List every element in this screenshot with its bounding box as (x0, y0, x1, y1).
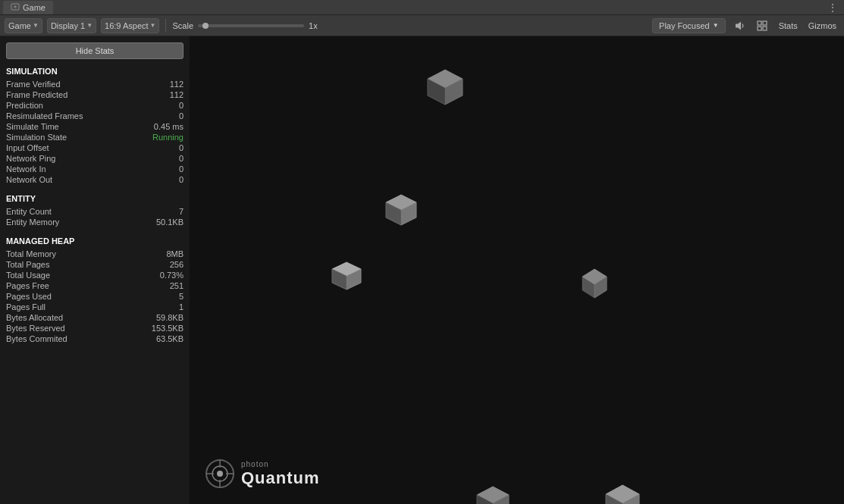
photon-logo-text: photon Quantum (241, 460, 320, 488)
network-out-label: Network Out (6, 175, 52, 184)
prediction-label: Prediction (6, 101, 43, 110)
entity-section-title: ENTITY (6, 194, 184, 203)
game-tab-label: Game (23, 3, 45, 12)
aspect-select-arrow: ▼ (150, 22, 156, 29)
photon-quantum-logo: photon Quantum (205, 459, 320, 489)
game-select-label: Game (8, 21, 31, 30)
svg-rect-3 (758, 21, 761, 25)
grid-icon-button[interactable] (753, 18, 771, 33)
aspect-select[interactable]: 16:9 Aspect ▼ (101, 18, 159, 33)
network-ping-value: 0 (179, 154, 184, 163)
gizmos-button[interactable]: Gizmos (805, 20, 839, 32)
stat-row-network-ping: Network Ping 0 (6, 153, 184, 164)
scale-slider-thumb (202, 23, 209, 29)
display-select[interactable]: Display 1 ▼ (47, 18, 96, 33)
bytes-allocated-label: Bytes Allocated (6, 313, 63, 322)
cube-1 (425, 67, 466, 108)
network-in-label: Network In (6, 164, 46, 174)
svg-rect-4 (763, 21, 767, 25)
tab-more-icon[interactable]: ⋮ (824, 2, 841, 14)
display-select-label: Display 1 (51, 21, 85, 30)
frame-verified-label: Frame Verified (6, 80, 61, 89)
network-in-value: 0 (179, 164, 184, 174)
pages-full-label: Pages Full (6, 302, 45, 311)
frame-predicted-value: 112 (170, 90, 184, 99)
stat-row-pages-full: Pages Full 1 (6, 302, 184, 312)
stat-row-network-out: Network Out 0 (6, 174, 184, 185)
aspect-select-label: 16:9 Aspect (105, 21, 149, 30)
cube-6 (603, 482, 642, 504)
spacer-2 (6, 227, 184, 232)
frame-predicted-label: Frame Predicted (6, 90, 67, 99)
network-ping-label: Network Ping (6, 154, 55, 163)
play-focused-label: Play Focused (659, 21, 710, 30)
bytes-reserved-label: Bytes Reserved (6, 324, 65, 333)
audio-icon-button[interactable] (730, 18, 748, 33)
game-select[interactable]: Game ▼ (5, 18, 42, 33)
stat-row-bytes-reserved: Bytes Reserved 153.5KB (6, 323, 184, 333)
total-pages-label: Total Pages (6, 260, 49, 269)
pages-free-label: Pages Free (6, 281, 49, 290)
simulate-time-value: 0.45 ms (154, 122, 184, 131)
play-focused-arrow: ▼ (713, 22, 719, 29)
tab-game[interactable]: Game (3, 1, 53, 14)
spacer-1 (6, 185, 184, 189)
cube-2 (383, 192, 419, 228)
photon-label: photon (241, 460, 320, 468)
hide-stats-button[interactable]: Hide Stats (6, 42, 184, 59)
main-content: Hide Stats SIMULATION Frame Verified 112… (0, 36, 844, 504)
scale-value: 1x (309, 21, 318, 30)
stat-row-total-usage: Total Usage 0.73% (6, 270, 184, 280)
scale-slider[interactable] (198, 24, 304, 27)
bytes-reserved-value: 153.5KB (152, 324, 184, 333)
entity-memory-value: 50.1KB (156, 218, 184, 227)
total-usage-label: Total Usage (6, 271, 50, 280)
cube-5 (474, 484, 512, 504)
game-viewport[interactable]: photon Quantum (190, 36, 844, 504)
stats-panel: Hide Stats SIMULATION Frame Verified 112… (0, 36, 190, 504)
frame-verified-value: 112 (170, 80, 184, 89)
display-select-arrow: ▼ (86, 22, 93, 29)
total-memory-label: Total Memory (6, 249, 56, 258)
cube-3 (330, 260, 363, 293)
toolbar-right: Play Focused ▼ Stats Gizmos (652, 18, 839, 33)
stat-row-bytes-allocated: Bytes Allocated 59.8KB (6, 312, 184, 323)
stat-row-total-memory: Total Memory 8MB (6, 249, 184, 259)
stat-row-pages-free: Pages Free 251 (6, 280, 184, 291)
simulate-time-label: Simulate Time (6, 122, 59, 131)
stat-row-prediction: Prediction 0 (6, 100, 184, 111)
stat-row-entity-count: Entity Count 7 (6, 206, 184, 217)
simulation-state-label: Simulation State (6, 133, 67, 142)
simulation-state-value: Running (152, 133, 184, 142)
svg-point-32 (217, 471, 223, 477)
pages-full-value: 1 (179, 302, 184, 311)
svg-rect-6 (763, 27, 767, 30)
toolbar: Game ▼ Display 1 ▼ 16:9 Aspect ▼ Scale 1… (0, 15, 844, 36)
stat-row-network-in: Network In 0 (6, 164, 184, 174)
svg-rect-5 (758, 27, 761, 30)
input-offset-value: 0 (179, 143, 184, 152)
pages-free-value: 251 (170, 281, 184, 290)
quantum-label: Quantum (241, 468, 320, 488)
stat-row-simulate-time: Simulate Time 0.45 ms (6, 121, 184, 132)
input-offset-label: Input Offset (6, 143, 49, 152)
resimulated-frames-value: 0 (179, 111, 184, 121)
cube-4 (580, 268, 609, 304)
stats-button[interactable]: Stats (776, 20, 801, 32)
scale-label: Scale (172, 21, 193, 30)
entity-count-value: 7 (179, 207, 184, 216)
resimulated-frames-label: Resimulated Frames (6, 111, 83, 121)
bytes-allocated-value: 59.8KB (156, 313, 184, 322)
entity-count-label: Entity Count (6, 207, 52, 216)
tab-bar: Game ⋮ (0, 0, 844, 15)
game-select-arrow: ▼ (33, 22, 39, 29)
total-usage-value: 0.73% (160, 271, 184, 280)
managed-heap-section-title: MANAGED HEAP (6, 236, 184, 246)
play-focused-button[interactable]: Play Focused ▼ (652, 18, 726, 33)
network-out-value: 0 (179, 175, 184, 184)
total-memory-value: 8MB (166, 249, 184, 258)
tab-list: Game (3, 1, 53, 14)
entity-memory-label: Entity Memory (6, 218, 59, 227)
stat-row-frame-predicted: Frame Predicted 112 (6, 89, 184, 100)
bytes-committed-value: 63.5KB (156, 334, 184, 343)
